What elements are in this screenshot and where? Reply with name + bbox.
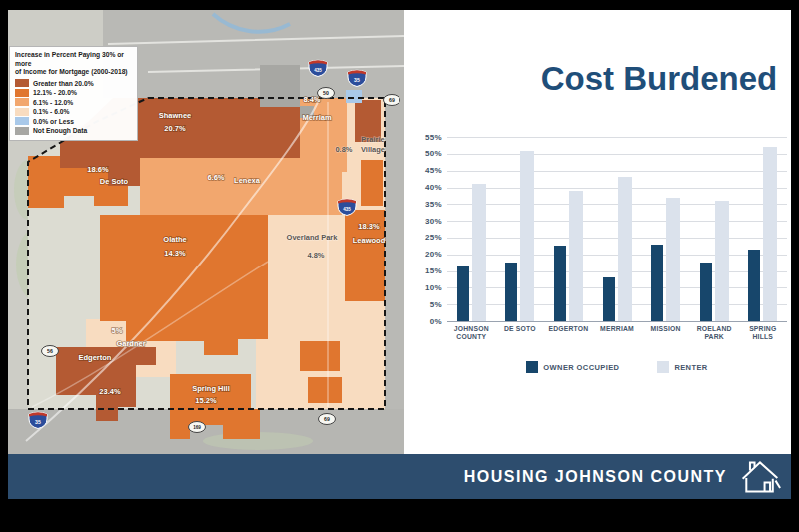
- x-tick-label: ROELAND PARK: [690, 325, 739, 341]
- map-label: 23.4%: [99, 387, 121, 396]
- y-tick-label: 20%: [410, 250, 442, 259]
- x-axis-labels: JOHNSON COUNTYDE SOTOEDGERTONMERRIAMMISS…: [447, 325, 787, 341]
- chart-legend-swatch: [526, 361, 538, 373]
- legend-label: Not Enough Data: [33, 127, 87, 134]
- map-label: 0.8%: [335, 145, 352, 154]
- legend-swatch: [15, 79, 29, 87]
- chart-legend-label: RENTER: [674, 363, 707, 372]
- map-label: Shawnee: [159, 111, 192, 120]
- map-legend-item: 6.1% - 12.0%: [15, 98, 132, 106]
- map-label: 15.2%: [195, 396, 217, 405]
- chart-bars: [447, 137, 787, 321]
- y-tick-label: 35%: [410, 200, 442, 209]
- y-tick-label: 40%: [410, 183, 442, 192]
- chart-panel: Cost Burdened 0%5%10%15%20%25%30%35%40%4…: [404, 10, 791, 454]
- map-label: 18.6%: [87, 165, 109, 174]
- chart-legend-swatch: [657, 361, 669, 373]
- bar-owner-occupied: [700, 263, 712, 321]
- interstate-shield-435: 435: [338, 199, 356, 215]
- footer-bar: HOUSING JOHNSON COUNTY: [8, 454, 791, 499]
- map-legend-item: Not Enough Data: [15, 127, 132, 135]
- map-label: 6.6%: [207, 173, 224, 182]
- map-legend-item: 0.1% - 6.0%: [15, 108, 132, 116]
- bar-group-johnson-county: [447, 137, 496, 321]
- house-logo-icon: [739, 458, 781, 496]
- map-label: 14.3%: [164, 249, 186, 258]
- map-legend-item: 12.1% - 20.0%: [15, 89, 132, 97]
- svg-text:35: 35: [35, 419, 41, 425]
- bar-owner-occupied: [554, 246, 566, 321]
- legend-label: 12.1% - 20.0%: [33, 89, 77, 96]
- map-label: Edgerton: [79, 353, 112, 362]
- bar-renter: [715, 201, 729, 321]
- map-label: 8.4%: [303, 95, 320, 104]
- svg-text:169: 169: [193, 425, 201, 430]
- bar-renter: [569, 191, 583, 321]
- us-route-shield-169: 169: [189, 422, 206, 433]
- map-label: Prairie: [361, 135, 384, 144]
- interstate-shield-435: 435: [309, 60, 327, 76]
- y-tick-label: 25%: [410, 233, 442, 242]
- map-legend-box: Increase in Percent Paying 30% or more o…: [9, 46, 138, 141]
- x-tick-label: JOHNSON COUNTY: [447, 325, 496, 341]
- bar-owner-occupied: [603, 277, 615, 321]
- legend-swatch: [15, 98, 29, 106]
- map-label: Overland Park: [287, 233, 339, 242]
- bar-chart-plot: [447, 137, 787, 322]
- chart-legend-item: OWNER OCCUPIED: [526, 361, 619, 373]
- map-legend-item: 0.0% or Less: [15, 117, 132, 125]
- legend-label: 6.1% - 12.0%: [33, 99, 73, 106]
- svg-text:69: 69: [389, 97, 395, 103]
- y-tick-label: 50%: [410, 149, 442, 158]
- y-tick-label: 30%: [410, 217, 442, 226]
- legend-swatch: [15, 108, 29, 116]
- us-route-shield-69: 69: [384, 95, 400, 106]
- y-axis-labels: 0%5%10%15%20%25%30%35%40%45%50%55%: [410, 137, 442, 321]
- map-label: Olathe: [163, 235, 186, 244]
- map-label: 4.8%: [307, 251, 324, 260]
- map-legend-items: Greater than 20.0%12.1% - 20.0%6.1% - 12…: [15, 79, 132, 135]
- y-tick-label: 55%: [410, 133, 442, 142]
- bar-renter: [666, 198, 680, 322]
- legend-swatch: [15, 89, 29, 97]
- legend-swatch: [15, 117, 29, 125]
- y-tick-label: 45%: [410, 166, 442, 175]
- bar-renter: [763, 147, 777, 321]
- bar-group-edgerton: [544, 137, 593, 321]
- map-label: De Soto: [100, 177, 129, 186]
- bar-renter: [520, 151, 534, 322]
- x-tick-label: EDGERTON: [544, 325, 593, 341]
- page-title: Cost Burdened: [526, 60, 791, 98]
- map-label: 18.3%: [358, 222, 380, 231]
- chart-legend: OWNER OCCUPIEDRENTER: [447, 361, 787, 373]
- bar-owner-occupied: [505, 263, 517, 321]
- bar-owner-occupied: [748, 250, 760, 321]
- legend-label: Greater than 20.0%: [33, 80, 94, 87]
- map-label: 5%: [112, 326, 123, 335]
- map-label: Lenexa: [234, 176, 261, 185]
- x-tick-label: DE SOTO: [496, 325, 545, 341]
- map-legend-item: Greater than 20.0%: [15, 79, 132, 87]
- map-label: Spring Hill: [192, 384, 230, 393]
- map-label: Gardner: [116, 339, 145, 348]
- us-route-shield-69: 69: [319, 414, 336, 425]
- x-tick-label: MERRIAM: [593, 325, 642, 341]
- us-route-shield-56: 56: [42, 346, 59, 357]
- bar-renter: [618, 177, 632, 321]
- svg-text:50: 50: [323, 90, 329, 96]
- interstate-shield-35: 35: [348, 70, 366, 86]
- bar-owner-occupied: [651, 245, 663, 321]
- map-label: Village: [361, 145, 385, 154]
- bar-group-merriam: [593, 137, 642, 321]
- y-tick-label: 5%: [410, 300, 442, 309]
- bar-owner-occupied: [457, 266, 469, 322]
- footer-title: HOUSING JOHNSON COUNTY: [464, 468, 727, 486]
- map-label: Merriam: [302, 113, 332, 122]
- y-tick-label: 0%: [410, 317, 442, 326]
- svg-text:35: 35: [354, 77, 360, 83]
- x-tick-label: MISSION: [641, 325, 690, 341]
- map-legend-title-line2: of Income for Mortgage (2000-2018): [15, 68, 132, 77]
- interstate-shield-35: 35: [29, 412, 47, 428]
- svg-text:56: 56: [47, 348, 53, 354]
- y-tick-label: 15%: [410, 266, 442, 275]
